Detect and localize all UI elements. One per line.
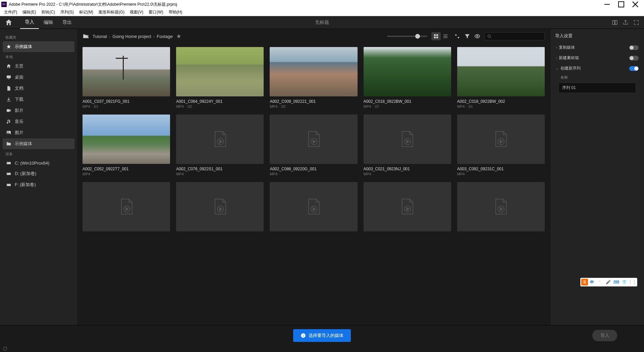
ime-voice-icon[interactable]: 🎤 [605,279,611,285]
ime-skin-icon[interactable]: 👕 [621,279,628,285]
folder-dropdown-icon[interactable] [83,34,89,39]
sort-icon[interactable] [454,33,460,39]
sidebar-item-label: 影片 [15,107,23,114]
menu-item-3[interactable]: 序列(S) [58,9,76,16]
sidebar-item-主页[interactable]: 主页 [3,61,74,72]
media-item[interactable] [270,182,357,235]
share-icon[interactable] [623,19,629,26]
ime-keyboard-icon[interactable]: ⌨ [613,279,620,285]
menu-item-2[interactable]: 剪辑(C) [39,9,58,16]
media-item[interactable]: A002_C018_0922BW_001MP4 · :07 [364,47,451,108]
breadcrumb-separator: › [153,34,155,39]
workspace-icon[interactable] [612,19,618,26]
breadcrumb-separator: › [109,34,110,39]
media-thumbnail [364,47,451,96]
menu-item-6[interactable]: 视图(V) [127,9,146,16]
sidebar-item-音乐[interactable]: 音乐 [3,116,74,127]
sidebar-item-F: (新加卷)[interactable]: F: (新加卷) [3,179,74,190]
sidebar-section-label: 收藏夹 [3,33,74,41]
sidebar-item-图片[interactable]: 图片 [3,127,74,138]
nav-tab-编辑[interactable]: 编辑 [39,16,58,29]
media-item[interactable]: A002_C076_0922S1_001MP4 · [176,115,264,176]
svg-rect-11 [7,162,11,164]
setting-row-创建新序列[interactable]: ⌄创建新序列 [554,63,641,74]
maximize-button[interactable] [617,1,625,8]
menu-item-5[interactable]: 图形和标题(G) [96,9,127,16]
grid-view-button[interactable] [431,32,441,40]
media-item[interactable]: A002_C052_0922T7_001MP4 · [83,115,170,176]
media-item[interactable]: A001_C037_0921FG_001MP4 · :01 [83,47,170,108]
menu-item-0[interactable]: 文件(F) [1,9,20,16]
sequence-name-input[interactable]: 序列 01 [558,83,636,93]
setting-label: 复制媒体 [559,45,575,50]
setting-toggle[interactable] [629,56,639,60]
drive-icon [6,182,11,187]
ime-tools-icon[interactable]: ⋮⋮ [629,279,636,285]
media-item[interactable] [83,182,170,235]
menu-item-8[interactable]: 帮助(H) [166,9,185,16]
svg-line-26 [490,37,491,38]
sidebar-item-桌面[interactable]: 桌面 [3,72,74,83]
sidebar-item-label: D: (新加卷) [15,171,36,177]
sidebar-item-影片[interactable]: 影片 [3,105,74,116]
bottom-bar: 选择要导入的媒体 导入 [0,325,644,345]
zoom-slider[interactable] [387,36,427,37]
sidebar-item-文档[interactable]: 文档 [3,83,74,94]
fullscreen-icon[interactable] [633,19,639,26]
preview-icon[interactable] [474,33,480,39]
search-input[interactable] [493,34,542,39]
menu-item-1[interactable]: 编辑(E) [20,9,39,16]
media-item[interactable] [457,182,545,235]
media-item[interactable]: A001_C064_09224Y_001MP4 · :02 [176,47,264,108]
media-item[interactable]: A003_C021_0923NJ_001MP4 · [364,115,451,176]
setting-toggle[interactable] [629,45,639,50]
list-view-button[interactable] [441,32,450,40]
breadcrumb-Going Home project[interactable]: Going Home project [112,34,151,39]
media-item[interactable] [176,182,264,235]
select-media-button[interactable]: 选择要导入的媒体 [293,329,351,342]
ime-toolbar[interactable]: S 中 °, 🎤 ⌨ 👕 ⋮⋮ [580,278,637,287]
search-box[interactable] [484,32,545,40]
menubar: 文件(F)编辑(E)剪辑(C)序列(S)标记(M)图形和标题(G)视图(V)窗口… [0,9,644,16]
sidebar-item-示例媒体[interactable]: 示例媒体 [3,138,74,149]
sidebar-item-C: (Win10Prox64)[interactable]: C: (Win10Prox64) [3,158,74,168]
svg-rect-15 [7,184,11,186]
svg-rect-18 [436,34,438,36]
sidebar-item-下载[interactable]: 下载 [3,94,74,105]
svg-rect-4 [612,20,614,25]
media-item[interactable]: A002_C009_092221_001MP4 · :02 [270,47,357,108]
media-item[interactable]: A002_C018_0922BW_002MP4 · :01 [457,47,545,108]
drive-icon [6,171,11,176]
chevron-icon: › [556,46,557,49]
setting-toggle[interactable] [629,66,639,71]
ime-punct-icon[interactable]: °, [597,279,603,285]
favorite-star-icon[interactable] [176,34,181,39]
sidebar-item-D: (新加卷)[interactable]: D: (新加卷) [3,168,74,179]
breadcrumb-Tutorial[interactable]: Tutorial [93,34,107,39]
sync-icon[interactable] [3,346,7,351]
home-icon[interactable] [5,18,13,27]
menu-item-4[interactable]: 标记(M) [76,9,96,16]
setting-row-新建素材箱[interactable]: ›新建素材箱 [554,53,641,63]
menu-item-7[interactable]: 窗口(W) [146,9,166,16]
media-item[interactable] [364,182,451,235]
svg-rect-6 [7,76,11,78]
filter-icon[interactable] [464,33,470,39]
close-button[interactable] [631,1,639,8]
media-item[interactable]: A002_C086_09220G_001MP4 · [270,115,357,176]
setting-row-复制媒体[interactable]: ›复制媒体 [554,42,641,53]
media-item[interactable]: A003_C092_09231C_001MP4 · [457,115,545,176]
sidebar-item-示例媒体[interactable]: 示例媒体 [3,41,74,52]
import-button[interactable]: 导入 [592,330,617,341]
nav-tab-导出[interactable]: 导出 [58,16,76,29]
minimize-button[interactable] [603,1,611,8]
project-title: 无标题 [315,19,329,26]
media-meta: MP4 · [83,172,170,176]
breadcrumb-Footage[interactable]: Footage [157,34,173,39]
window-controls [603,1,643,8]
svg-point-12 [7,163,8,163]
media-name: A002_C009_092221_001 [270,99,357,104]
music-icon [6,119,11,124]
ime-mode[interactable]: 中 [589,279,595,285]
nav-tab-导入[interactable]: 导入 [20,16,39,29]
